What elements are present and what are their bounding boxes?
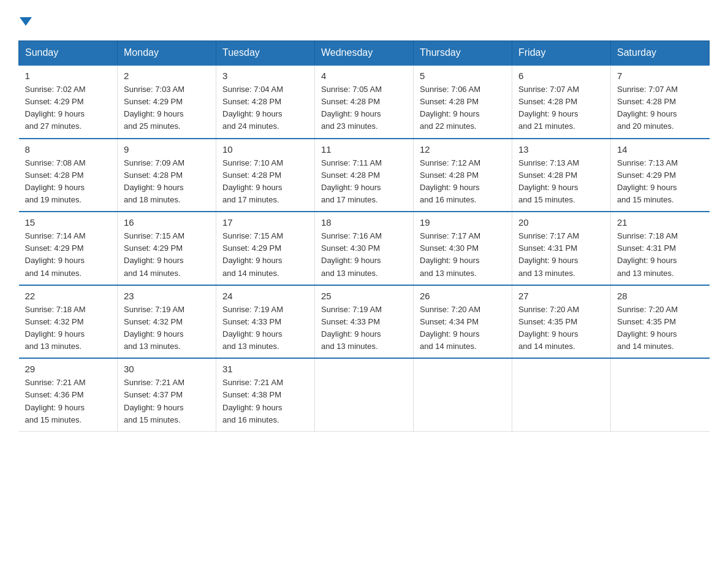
calendar-cell (414, 358, 512, 431)
calendar-cell: 24 Sunrise: 7:19 AM Sunset: 4:33 PM Dayl… (216, 285, 315, 359)
day-number: 23 (124, 291, 210, 301)
day-info: Sunrise: 7:19 AM Sunset: 4:33 PM Dayligh… (222, 304, 308, 353)
calendar-cell: 7 Sunrise: 7:07 AM Sunset: 4:28 PM Dayli… (611, 65, 710, 139)
day-number: 29 (25, 364, 112, 374)
day-info: Sunrise: 7:02 AM Sunset: 4:29 PM Dayligh… (25, 83, 112, 133)
day-number: 26 (420, 291, 506, 301)
day-info: Sunrise: 7:12 AM Sunset: 4:28 PM Dayligh… (420, 157, 506, 207)
day-number: 28 (617, 291, 703, 301)
calendar-cell: 17 Sunrise: 7:15 AM Sunset: 4:29 PM Dayl… (216, 212, 315, 285)
calendar-cell: 22 Sunrise: 7:18 AM Sunset: 4:32 PM Dayl… (19, 285, 118, 359)
day-info: Sunrise: 7:19 AM Sunset: 4:32 PM Dayligh… (124, 304, 210, 353)
calendar-header: SundayMondayTuesdayWednesdayThursdayFrid… (19, 41, 710, 66)
day-number: 20 (518, 217, 604, 228)
day-number: 9 (124, 144, 210, 155)
day-number: 8 (25, 144, 112, 155)
weekday-header-friday: Friday (512, 41, 611, 66)
day-number: 19 (420, 217, 506, 228)
weekday-header-row: SundayMondayTuesdayWednesdayThursdayFrid… (19, 41, 710, 66)
day-info: Sunrise: 7:17 AM Sunset: 4:31 PM Dayligh… (518, 230, 604, 280)
calendar-cell: 9 Sunrise: 7:09 AM Sunset: 4:28 PM Dayli… (118, 139, 216, 212)
day-number: 31 (222, 364, 308, 374)
calendar-table: SundayMondayTuesdayWednesdayThursdayFrid… (18, 40, 710, 432)
calendar-cell: 29 Sunrise: 7:21 AM Sunset: 4:36 PM Dayl… (19, 358, 118, 431)
day-info: Sunrise: 7:20 AM Sunset: 4:35 PM Dayligh… (518, 304, 604, 353)
day-info: Sunrise: 7:13 AM Sunset: 4:29 PM Dayligh… (617, 157, 703, 207)
day-number: 27 (518, 291, 604, 301)
calendar-cell (611, 358, 710, 431)
day-number: 22 (25, 291, 112, 301)
calendar-cell: 5 Sunrise: 7:06 AM Sunset: 4:28 PM Dayli… (414, 65, 512, 139)
day-number: 5 (420, 71, 506, 81)
day-number: 6 (518, 71, 604, 81)
day-info: Sunrise: 7:15 AM Sunset: 4:29 PM Dayligh… (222, 230, 308, 280)
page-header (18, 12, 710, 29)
calendar-cell: 12 Sunrise: 7:12 AM Sunset: 4:28 PM Dayl… (414, 139, 512, 212)
day-info: Sunrise: 7:07 AM Sunset: 4:28 PM Dayligh… (617, 83, 703, 133)
day-number: 15 (25, 217, 112, 228)
day-number: 18 (321, 217, 407, 228)
day-info: Sunrise: 7:20 AM Sunset: 4:35 PM Dayligh… (617, 304, 703, 353)
day-info: Sunrise: 7:10 AM Sunset: 4:28 PM Dayligh… (222, 157, 308, 207)
day-number: 4 (321, 71, 407, 81)
day-number: 17 (222, 217, 308, 228)
day-info: Sunrise: 7:17 AM Sunset: 4:30 PM Dayligh… (420, 230, 506, 280)
calendar-cell: 28 Sunrise: 7:20 AM Sunset: 4:35 PM Dayl… (611, 285, 710, 359)
calendar-cell: 8 Sunrise: 7:08 AM Sunset: 4:28 PM Dayli… (19, 139, 118, 212)
calendar-body: 1 Sunrise: 7:02 AM Sunset: 4:29 PM Dayli… (19, 65, 710, 431)
calendar-week-row: 15 Sunrise: 7:14 AM Sunset: 4:29 PM Dayl… (19, 212, 710, 285)
calendar-cell: 19 Sunrise: 7:17 AM Sunset: 4:30 PM Dayl… (414, 212, 512, 285)
day-number: 12 (420, 144, 506, 155)
calendar-cell: 27 Sunrise: 7:20 AM Sunset: 4:35 PM Dayl… (512, 285, 611, 359)
calendar-cell: 11 Sunrise: 7:11 AM Sunset: 4:28 PM Dayl… (315, 139, 414, 212)
day-number: 21 (617, 217, 703, 228)
day-number: 10 (222, 144, 308, 155)
day-number: 7 (617, 71, 703, 81)
logo-triangle-icon (20, 17, 32, 26)
calendar-cell: 30 Sunrise: 7:21 AM Sunset: 4:37 PM Dayl… (118, 358, 216, 431)
day-info: Sunrise: 7:21 AM Sunset: 4:37 PM Dayligh… (124, 377, 210, 426)
weekday-header-saturday: Saturday (611, 41, 710, 66)
weekday-header-sunday: Sunday (19, 41, 118, 66)
day-info: Sunrise: 7:21 AM Sunset: 4:36 PM Dayligh… (25, 377, 112, 426)
logo-top (18, 12, 32, 29)
weekday-header-wednesday: Wednesday (315, 41, 414, 66)
weekday-header-monday: Monday (118, 41, 216, 66)
day-number: 1 (25, 71, 112, 81)
calendar-cell: 16 Sunrise: 7:15 AM Sunset: 4:29 PM Dayl… (118, 212, 216, 285)
day-info: Sunrise: 7:05 AM Sunset: 4:28 PM Dayligh… (321, 83, 407, 133)
calendar-week-row: 8 Sunrise: 7:08 AM Sunset: 4:28 PM Dayli… (19, 139, 710, 212)
calendar-cell: 21 Sunrise: 7:18 AM Sunset: 4:31 PM Dayl… (611, 212, 710, 285)
day-info: Sunrise: 7:06 AM Sunset: 4:28 PM Dayligh… (420, 83, 506, 133)
day-info: Sunrise: 7:09 AM Sunset: 4:28 PM Dayligh… (124, 157, 210, 207)
day-info: Sunrise: 7:08 AM Sunset: 4:28 PM Dayligh… (25, 157, 112, 207)
day-number: 2 (124, 71, 210, 81)
calendar-cell: 15 Sunrise: 7:14 AM Sunset: 4:29 PM Dayl… (19, 212, 118, 285)
calendar-cell: 25 Sunrise: 7:19 AM Sunset: 4:33 PM Dayl… (315, 285, 414, 359)
day-info: Sunrise: 7:14 AM Sunset: 4:29 PM Dayligh… (25, 230, 112, 280)
calendar-cell: 6 Sunrise: 7:07 AM Sunset: 4:28 PM Dayli… (512, 65, 611, 139)
day-info: Sunrise: 7:21 AM Sunset: 4:38 PM Dayligh… (222, 377, 308, 426)
day-number: 14 (617, 144, 703, 155)
weekday-header-tuesday: Tuesday (216, 41, 315, 66)
calendar-cell: 14 Sunrise: 7:13 AM Sunset: 4:29 PM Dayl… (611, 139, 710, 212)
weekday-header-thursday: Thursday (414, 41, 512, 66)
day-number: 11 (321, 144, 407, 155)
day-info: Sunrise: 7:19 AM Sunset: 4:33 PM Dayligh… (321, 304, 407, 353)
day-number: 25 (321, 291, 407, 301)
calendar-cell: 4 Sunrise: 7:05 AM Sunset: 4:28 PM Dayli… (315, 65, 414, 139)
day-number: 24 (222, 291, 308, 301)
calendar-cell: 31 Sunrise: 7:21 AM Sunset: 4:38 PM Dayl… (216, 358, 315, 431)
day-info: Sunrise: 7:20 AM Sunset: 4:34 PM Dayligh… (420, 304, 506, 353)
calendar-cell: 1 Sunrise: 7:02 AM Sunset: 4:29 PM Dayli… (19, 65, 118, 139)
day-info: Sunrise: 7:15 AM Sunset: 4:29 PM Dayligh… (124, 230, 210, 280)
day-info: Sunrise: 7:11 AM Sunset: 4:28 PM Dayligh… (321, 157, 407, 207)
calendar-cell: 10 Sunrise: 7:10 AM Sunset: 4:28 PM Dayl… (216, 139, 315, 212)
calendar-cell (315, 358, 414, 431)
day-info: Sunrise: 7:07 AM Sunset: 4:28 PM Dayligh… (518, 83, 604, 133)
calendar-cell: 20 Sunrise: 7:17 AM Sunset: 4:31 PM Dayl… (512, 212, 611, 285)
calendar-cell: 2 Sunrise: 7:03 AM Sunset: 4:29 PM Dayli… (118, 65, 216, 139)
day-info: Sunrise: 7:18 AM Sunset: 4:31 PM Dayligh… (617, 230, 703, 280)
calendar-cell: 18 Sunrise: 7:16 AM Sunset: 4:30 PM Dayl… (315, 212, 414, 285)
calendar-week-row: 22 Sunrise: 7:18 AM Sunset: 4:32 PM Dayl… (19, 285, 710, 359)
